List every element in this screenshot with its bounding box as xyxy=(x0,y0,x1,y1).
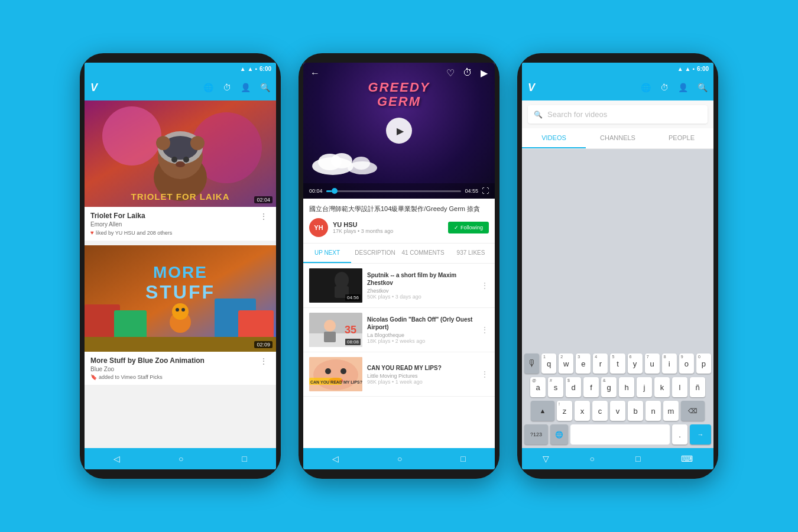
enter-key[interactable]: → xyxy=(690,424,711,445)
search-input-icon: 🔍 xyxy=(534,111,543,119)
follow-button[interactable]: ✓ Following xyxy=(448,222,489,233)
video-card-2[interactable]: MORE STUFF 02:09 More Stuff by Blue Zoo … xyxy=(85,245,276,385)
person-icon-1[interactable]: 👤 xyxy=(241,83,251,92)
key-a[interactable]: @a xyxy=(530,377,546,397)
key-6[interactable]: 6y xyxy=(628,353,643,374)
fullscreen-button[interactable]: ⛶ xyxy=(482,187,489,195)
video-thumb-2[interactable]: MORE STUFF 02:09 xyxy=(85,245,276,352)
mic-key[interactable]: 🎙 xyxy=(524,353,539,374)
shift-key[interactable]: ▲ xyxy=(531,401,554,421)
more-button-2[interactable]: ⋮ xyxy=(257,356,270,366)
more-button-upnext-2[interactable]: ⋮ xyxy=(481,325,489,335)
key-v[interactable]: v xyxy=(610,401,625,421)
video-added-1: 🔖 added to Vimeo Staff Picks xyxy=(90,374,257,380)
tab-up-next[interactable]: UP NEXT xyxy=(303,244,351,263)
share-icon[interactable]: ▶ xyxy=(481,67,488,79)
recents-button-3[interactable]: □ xyxy=(635,454,640,463)
key-d[interactable]: $d xyxy=(566,377,581,397)
video-player-area[interactable]: ← ♡ ⏱ ▶ GREEDY GERM xyxy=(303,63,495,199)
key-9[interactable]: 9o xyxy=(679,353,694,374)
search-bar[interactable]: 🔍 Search for videos xyxy=(528,105,708,124)
search-tab-channels[interactable]: CHANNELS xyxy=(586,128,650,148)
key-3[interactable]: 3e xyxy=(576,353,591,374)
key-x[interactable]: x xyxy=(575,401,590,421)
search-input[interactable]: Search for videos xyxy=(547,110,702,119)
lips-art: CAN YOU READ MY LIPS? xyxy=(309,357,362,391)
up-next-item-2[interactable]: 35 08:08 Nicolas Godin "Bach Off" (Orly … xyxy=(303,308,495,352)
key-g[interactable]: &g xyxy=(601,377,617,397)
key-n[interactable]: n xyxy=(645,401,661,421)
key-j[interactable]: j xyxy=(637,377,652,397)
channel-name[interactable]: YU HSU xyxy=(333,221,393,228)
key-7[interactable]: 7u xyxy=(645,353,660,374)
up-next-thumb-3: CAN YOU READ MY LIPS? xyxy=(309,357,362,391)
svg-point-11 xyxy=(176,161,185,167)
keyboard-button-3[interactable]: ⌨ xyxy=(681,454,693,463)
clock-icon-1[interactable]: ⏱ xyxy=(223,83,231,92)
person-icon-3[interactable]: 👤 xyxy=(678,83,688,92)
back-arrow-icon[interactable]: ← xyxy=(310,68,320,79)
key-b[interactable]: b xyxy=(628,401,643,421)
vimeo-logo-3[interactable]: V xyxy=(528,82,535,94)
space-key[interactable] xyxy=(570,424,670,445)
key-k[interactable]: k xyxy=(654,377,670,397)
key-8[interactable]: 8i xyxy=(662,353,677,374)
key-l[interactable]: l xyxy=(672,377,687,397)
home-button-3[interactable]: ○ xyxy=(590,454,595,463)
key-0[interactable]: 0p xyxy=(696,353,711,374)
globe-key[interactable]: 🌐 xyxy=(550,424,568,445)
key-1[interactable]: 1q xyxy=(541,353,556,374)
status-icons-1: ▲ ▲ ▪ xyxy=(240,66,257,72)
progress-dot[interactable] xyxy=(332,188,338,194)
back-button-3[interactable]: ▽ xyxy=(543,454,549,463)
video-thumb-1[interactable]: TRIOLET FOR LAIKA 02:04 xyxy=(85,100,276,207)
back-button-1[interactable]: ◁ xyxy=(113,454,120,463)
video-card-1[interactable]: TRIOLET FOR LAIKA 02:04 Triolet For Laik… xyxy=(85,100,276,241)
key-2[interactable]: 2w xyxy=(559,353,573,374)
globe-icon-3[interactable]: 🌐 xyxy=(641,83,651,92)
progress-track[interactable] xyxy=(326,190,462,192)
key-s[interactable]: #s xyxy=(548,377,563,397)
search-tab-people[interactable]: PEOPLE xyxy=(650,128,713,148)
up-next-item-1[interactable]: 04:56 Sputnik -- a short film by Maxim Z… xyxy=(303,264,495,308)
tab-comments[interactable]: 41 COMMENTS xyxy=(399,244,447,263)
tab-description[interactable]: DESCRIPTION xyxy=(351,244,399,263)
delete-key[interactable]: ⌫ xyxy=(681,401,705,421)
wifi-icon: ▲ xyxy=(240,66,246,72)
tab-likes[interactable]: 937 LIKES xyxy=(447,244,495,263)
globe-icon-1[interactable]: 🌐 xyxy=(203,83,213,92)
up-next-item-3[interactable]: CAN YOU READ MY LIPS? CAN YOU READ MY LI… xyxy=(303,352,495,397)
key-c[interactable]: c xyxy=(592,401,608,421)
like-icon[interactable]: ♡ xyxy=(446,67,455,79)
play-button[interactable] xyxy=(386,118,412,144)
recents-button-2[interactable]: □ xyxy=(460,454,465,463)
more-button-1[interactable]: ⋮ xyxy=(257,212,270,221)
channel-avatar[interactable]: YH xyxy=(309,218,328,237)
key-4[interactable]: 4r xyxy=(593,353,608,374)
period-key[interactable]: . xyxy=(672,424,687,445)
key-z[interactable]: !z xyxy=(557,401,572,421)
key-n-tilde[interactable]: ñ xyxy=(690,377,705,397)
more-button-upnext-3[interactable]: ⋮ xyxy=(481,369,489,379)
vimeo-logo-1[interactable]: V xyxy=(90,82,98,94)
video-detail: 國立台灣師範大學設計系104級畢業製作/Greedy Germ 捺貪 YH YU… xyxy=(303,199,495,244)
home-button-2[interactable]: ○ xyxy=(397,454,402,463)
recents-button-1[interactable]: □ xyxy=(242,454,246,463)
key-h[interactable]: h xyxy=(619,377,634,397)
watchlater-icon[interactable]: ⏱ xyxy=(463,67,472,79)
clock-icon-3[interactable]: ⏱ xyxy=(660,83,669,92)
search-tab-videos[interactable]: VIDEOS xyxy=(522,128,586,148)
search-icon-3[interactable]: 🔍 xyxy=(698,83,708,92)
key-f[interactable]: f xyxy=(583,377,599,397)
search-icon-1[interactable]: 🔍 xyxy=(260,83,270,92)
numbers-key[interactable]: ?123 xyxy=(524,424,548,445)
duration-badge-1: 02:04 xyxy=(254,196,273,203)
back-button-2[interactable]: ◁ xyxy=(332,454,339,463)
more-button-upnext-1[interactable]: ⋮ xyxy=(481,281,489,290)
time-display-1: 6:00 xyxy=(259,66,271,72)
key-5[interactable]: 5t xyxy=(610,353,625,374)
video-info-1: Triolet For Laika Emory Allen ♥ liked by… xyxy=(85,207,276,241)
home-button-1[interactable]: ○ xyxy=(179,454,183,463)
key-m[interactable]: m xyxy=(663,401,679,421)
progress-bar-area: 00:04 04:55 ⛶ xyxy=(303,183,495,199)
